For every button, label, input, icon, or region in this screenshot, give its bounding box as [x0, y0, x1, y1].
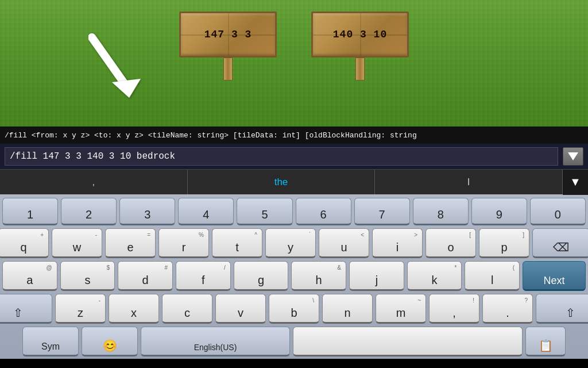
key-sym[interactable]: Sym	[22, 327, 79, 356]
sign-text-2: 140 3 10	[333, 29, 387, 40]
key-l[interactable]: (l	[465, 261, 520, 291]
sign-text-1: 147 3 3	[204, 29, 252, 40]
key-language[interactable]: English(US)	[141, 327, 290, 356]
keyboard-row-bottom: Sym 😊 English(US) 📋	[1, 327, 587, 356]
arrow-svg	[69, 32, 149, 101]
key-1[interactable]: 1	[2, 198, 58, 225]
key-x[interactable]: x	[109, 294, 159, 324]
key-emoji[interactable]: 😊	[82, 327, 138, 356]
key-9[interactable]: 9	[471, 198, 527, 225]
suggestions-expand-button[interactable]: ▼	[563, 170, 588, 195]
key-f[interactable]: /f	[176, 261, 231, 291]
sign-board-1: 147 3 3	[179, 12, 277, 57]
key-clipboard[interactable]: 📋	[525, 327, 566, 356]
key-j[interactable]: j	[349, 261, 404, 291]
key-shift-left[interactable]: ⇧	[0, 294, 52, 324]
key-4[interactable]: 4	[178, 198, 234, 225]
key-y[interactable]: `y	[265, 228, 316, 258]
key-2[interactable]: 2	[61, 198, 117, 225]
keyboard: 1 2 3 4 5 6 7 8 9 0 +q -w =e %r ^t `y <u…	[0, 194, 588, 359]
key-period[interactable]: ?.	[482, 294, 533, 324]
key-p[interactable]: ]p	[479, 228, 529, 258]
key-b[interactable]: \b	[269, 294, 319, 324]
key-e[interactable]: =e	[105, 228, 156, 258]
sign-1: 147 3 3	[179, 12, 277, 80]
key-3[interactable]: 3	[119, 198, 175, 225]
key-g[interactable]: g	[234, 261, 289, 291]
key-comma[interactable]: !,	[429, 294, 479, 324]
keyboard-row-zxcv: ⇧ -z x c v \b n ~m !, ?. ⇧	[1, 294, 587, 324]
sign-2: 140 3 10	[311, 12, 409, 80]
key-q[interactable]: +q	[0, 228, 49, 258]
key-z[interactable]: -z	[55, 294, 106, 324]
key-a[interactable]: @a	[2, 261, 57, 291]
key-i[interactable]: >i	[372, 228, 423, 258]
key-w[interactable]: -w	[52, 228, 102, 258]
key-shift-right[interactable]: ⇧	[536, 294, 588, 324]
key-m[interactable]: ~m	[376, 294, 426, 324]
key-h[interactable]: &h	[291, 261, 346, 291]
key-6[interactable]: 6	[296, 198, 351, 225]
key-u[interactable]: <u	[319, 228, 369, 258]
suggestions-bar: , the I ▼	[0, 169, 588, 194]
command-hint-bar: /fill <from: x y z> <to: x y z> <tileNam…	[0, 126, 588, 144]
key-t[interactable]: ^t	[212, 228, 262, 258]
key-space[interactable]	[293, 327, 523, 356]
signs-area: 147 3 3 140 3 10	[179, 12, 409, 80]
sign-board-2: 140 3 10	[311, 12, 409, 57]
key-7[interactable]: 7	[354, 198, 410, 225]
suggestion-i[interactable]: I	[375, 170, 563, 194]
svg-marker-2	[568, 152, 578, 160]
key-next[interactable]: Next	[523, 261, 586, 291]
command-input-field[interactable]	[5, 147, 558, 166]
command-hint-text: /fill <from: x y z> <to: x y z> <tileNam…	[5, 131, 417, 140]
suggestion-comma[interactable]: ,	[0, 170, 188, 194]
dropdown-icon	[568, 152, 578, 160]
svg-line-0	[92, 37, 126, 86]
key-s[interactable]: $s	[60, 261, 115, 291]
command-input-bar[interactable]	[0, 144, 588, 169]
key-r[interactable]: %r	[158, 228, 209, 258]
key-k[interactable]: *k	[407, 261, 462, 291]
sign-post-2	[355, 57, 365, 80]
dropdown-button[interactable]	[563, 147, 583, 166]
svg-marker-1	[112, 79, 141, 98]
keyboard-row-qwerty: +q -w =e %r ^t `y <u >i [o ]p ⌫	[1, 228, 587, 258]
sign-post-1	[223, 57, 233, 80]
arrow-indicator	[69, 32, 149, 103]
key-8[interactable]: 8	[413, 198, 469, 225]
key-n[interactable]: n	[322, 294, 373, 324]
key-backspace[interactable]: ⌫	[532, 228, 588, 258]
key-d[interactable]: #d	[118, 261, 173, 291]
key-o[interactable]: [o	[425, 228, 476, 258]
game-background: 147 3 3 140 3 10	[0, 0, 588, 126]
suggestion-the[interactable]: the	[188, 170, 376, 194]
key-c[interactable]: c	[162, 294, 212, 324]
key-0[interactable]: 0	[530, 198, 586, 225]
key-v[interactable]: v	[215, 294, 266, 324]
keyboard-row-numbers: 1 2 3 4 5 6 7 8 9 0	[1, 198, 587, 225]
keyboard-row-asdf: @a $s #d /f g &h j *k (l Next	[1, 261, 587, 291]
key-5[interactable]: 5	[237, 198, 292, 225]
